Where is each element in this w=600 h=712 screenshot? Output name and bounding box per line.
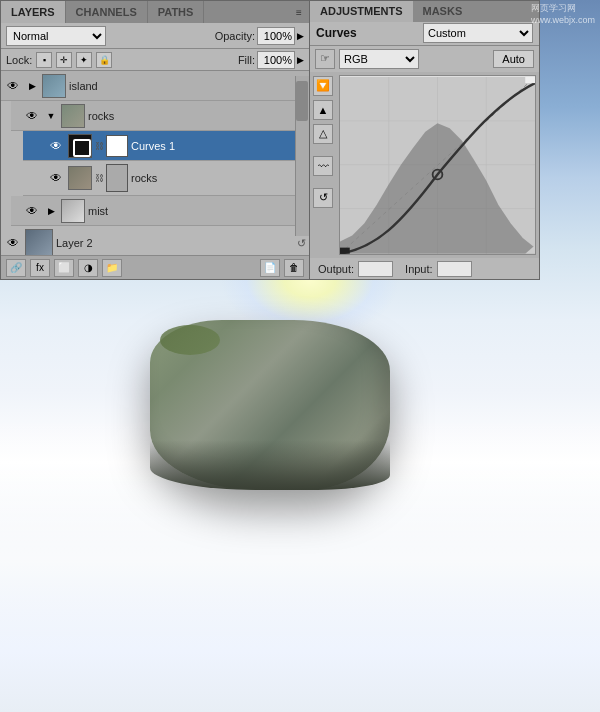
rgb-row: ☞ RGB Auto	[310, 46, 539, 72]
curves-eyedropper-black[interactable]: 🔽	[313, 76, 333, 96]
layer-item-island[interactable]: 👁 ▶ island	[1, 71, 309, 101]
scroll-thumb[interactable]	[296, 81, 308, 121]
eye-rocks-group[interactable]: 👁	[23, 107, 41, 125]
eye-rocks-layer[interactable]: 👁	[47, 169, 65, 187]
curves-workspace: 🔽 ▲ △ 〰 ↺	[310, 72, 539, 259]
mask-rocks	[106, 164, 128, 192]
layer-item-curves1[interactable]: 👁 ⛓ Curves 1	[23, 131, 309, 161]
thumb-island	[42, 74, 66, 98]
layers-tab-bar: LAYERS CHANNELS PATHS ≡	[1, 1, 309, 23]
add-group-btn[interactable]: 📁	[102, 259, 122, 277]
add-adjustment-btn[interactable]: ◑	[78, 259, 98, 277]
thumb-rocks-layer	[68, 166, 92, 190]
add-style-btn[interactable]: fx	[30, 259, 50, 277]
opacity-input[interactable]	[257, 27, 295, 45]
rock-body	[150, 320, 390, 490]
expand-island[interactable]: ▶	[25, 79, 39, 93]
curves-svg	[340, 76, 535, 255]
adj-title: Curves	[316, 26, 357, 40]
blend-mode-select[interactable]: Normal	[6, 26, 106, 46]
preset-select[interactable]: Custom	[423, 23, 533, 43]
layers-list: 👁 ▶ island 👁 ▼ rocks 👁 ⛓ Curv	[1, 71, 309, 255]
thumb-curves1	[68, 134, 92, 158]
chain-rocks: ⛓	[94, 168, 104, 188]
layer-name-layer2: Layer 2	[56, 237, 294, 249]
curves-sample-btn[interactable]: 〰	[313, 156, 333, 176]
curves-reset-btn[interactable]: ↺	[313, 188, 333, 208]
layer-item-mist[interactable]: 👁 ▶ mist	[11, 196, 309, 226]
panels-container: LAYERS CHANNELS PATHS ≡ Normal Opacity: …	[0, 0, 600, 280]
curves-graph-container[interactable]	[339, 75, 536, 256]
rock-island	[140, 320, 400, 520]
lock-position-btn[interactable]: ✛	[56, 52, 72, 68]
opacity-group: Opacity: ▶	[215, 27, 304, 45]
auto-button[interactable]: Auto	[493, 50, 534, 68]
opacity-arrow[interactable]: ▶	[297, 31, 304, 41]
new-layer-btn[interactable]: 📄	[260, 259, 280, 277]
curves-eyedropper-white[interactable]: △	[313, 124, 333, 144]
fill-group: Fill: ▶	[238, 51, 304, 69]
layer-name-island: island	[69, 80, 306, 92]
thumb-rocks-group	[61, 104, 85, 128]
svg-rect-11	[525, 77, 535, 83]
input-label: Input:	[405, 263, 433, 275]
lock-pixels-btn[interactable]: ▪	[36, 52, 52, 68]
expand-mist[interactable]: ▶	[44, 204, 58, 218]
expand-rocks[interactable]: ▼	[44, 109, 58, 123]
adj-header: Curves Custom	[310, 22, 539, 46]
eye-curves1[interactable]: 👁	[47, 137, 65, 155]
fill-label: Fill:	[238, 54, 255, 66]
eye-layer2[interactable]: 👁	[4, 234, 22, 252]
layers-panel: LAYERS CHANNELS PATHS ≡ Normal Opacity: …	[0, 0, 310, 280]
input-value-input[interactable]	[437, 261, 472, 277]
fill-input[interactable]	[257, 51, 295, 69]
adj-tab-bar: ADJUSTMENTS MASKS	[310, 1, 539, 22]
blend-opacity-toolbar: Normal Opacity: ▶	[1, 23, 309, 49]
curves-tools-column: 🔽 ▲ △ 〰 ↺	[310, 72, 336, 259]
lock-all-btn[interactable]: 🔒	[96, 52, 112, 68]
layer-item-layer2[interactable]: 👁 Layer 2 ↺	[1, 226, 309, 255]
thumb-layer2	[25, 229, 53, 255]
layer-name-rocks-group: rocks	[88, 110, 306, 122]
eye-island[interactable]: 👁	[4, 77, 22, 95]
tab-layers[interactable]: LAYERS	[1, 1, 66, 23]
curves-eyedropper-grey[interactable]: ▲	[313, 100, 333, 120]
channel-select[interactable]: RGB	[339, 49, 419, 69]
tab-paths[interactable]: PATHS	[148, 1, 205, 23]
panel-menu-button[interactable]: ≡	[289, 1, 309, 23]
layer-item-rocks-layer[interactable]: 👁 ⛓ rocks	[23, 161, 309, 196]
curves-hand-tool[interactable]: ☞	[315, 49, 335, 69]
layer-bottom-toolbar: 🔗 fx ⬜ ◑ 📁 📄 🗑	[1, 255, 309, 279]
link-layers-btn[interactable]: 🔗	[6, 259, 26, 277]
adjustments-panel: ADJUSTMENTS MASKS Curves Custom ☞ RGB Au…	[310, 0, 540, 280]
layer2-badge: ↺	[297, 237, 306, 250]
layer-item-rocks-group[interactable]: 👁 ▼ rocks	[11, 101, 309, 131]
output-value-input[interactable]	[358, 261, 393, 277]
thumb-mist	[61, 199, 85, 223]
eye-mist[interactable]: 👁	[23, 202, 41, 220]
tab-adjustments[interactable]: ADJUSTMENTS	[310, 1, 413, 22]
output-label: Output:	[318, 263, 354, 275]
layer-name-rocks-layer: rocks	[131, 172, 306, 184]
layer-name-curves1: Curves 1	[131, 140, 306, 152]
mask-curves1	[106, 135, 128, 157]
lock-row: Lock: ▪ ✛ ✦ 🔒 Fill: ▶	[1, 49, 309, 71]
tab-masks[interactable]: MASKS	[413, 1, 473, 22]
scrollbar[interactable]	[295, 76, 309, 236]
delete-layer-btn[interactable]: 🗑	[284, 259, 304, 277]
fill-arrow[interactable]: ▶	[297, 55, 304, 65]
curves-output-row: Output: Input:	[310, 258, 539, 279]
svg-rect-9	[340, 247, 350, 253]
layer-name-mist: mist	[88, 205, 306, 217]
chain-curves1: ⛓	[94, 136, 104, 156]
lock-label: Lock:	[6, 54, 32, 66]
add-mask-btn[interactable]: ⬜	[54, 259, 74, 277]
lock-move-btn[interactable]: ✦	[76, 52, 92, 68]
watermark: 网页学习网www.webjx.com	[531, 2, 595, 25]
tab-channels[interactable]: CHANNELS	[66, 1, 148, 23]
opacity-label: Opacity:	[215, 30, 255, 42]
